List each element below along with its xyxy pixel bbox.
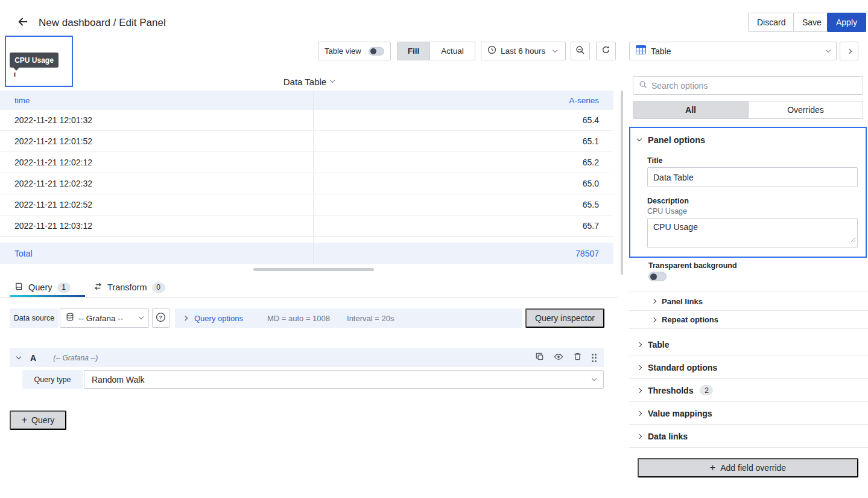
database-icon — [66, 313, 74, 324]
cell-value: 65.2 — [583, 158, 599, 167]
save-button[interactable]: Save — [793, 13, 831, 32]
cell-time: 2022-11-21 12:02:52 — [14, 200, 92, 209]
repeat-options-section[interactable]: Repeat options — [629, 310, 868, 329]
table-view-control[interactable]: Table view — [318, 42, 391, 60]
thresholds-count-badge: 2 — [700, 385, 713, 395]
actual-option[interactable]: Actual — [430, 42, 475, 60]
column-header-a-series[interactable]: A-series — [569, 96, 599, 105]
section-thresholds[interactable]: Thresholds 2 — [629, 379, 868, 402]
tooltip-text: CPU Usage — [14, 56, 54, 65]
query-type-value: Random Walk — [92, 375, 144, 385]
plus-icon — [710, 463, 715, 473]
discard-button[interactable]: Discard — [748, 13, 794, 32]
add-query-label: Query — [31, 415, 54, 425]
chevron-down-icon — [592, 375, 597, 380]
time-range-label: Last 6 hours — [501, 46, 545, 56]
section-value-mappings[interactable]: Value mappings — [629, 402, 868, 425]
resize-handle-icon[interactable] — [851, 234, 856, 245]
grafana-edit-panel: New dashboard / Edit Panel Discard Save … — [0, 0, 868, 498]
fill-actual-segmented: Fill Actual — [397, 42, 475, 60]
description-hint: CPU Usage — [647, 207, 687, 215]
section-thresholds-label: Thresholds — [648, 386, 693, 395]
datasource-label: Data source — [10, 308, 59, 328]
query-book-icon — [14, 282, 24, 293]
table-view-toggle[interactable] — [369, 47, 384, 56]
cell-value: 65.5 — [583, 200, 599, 209]
table-view-label: Table view — [325, 46, 361, 56]
chevron-right-icon — [637, 433, 642, 438]
cell-time: 2022-11-21 12:03:12 — [14, 221, 92, 231]
add-field-override-button[interactable]: Add field override — [638, 458, 858, 477]
chevron-down-icon — [330, 78, 335, 83]
section-data-links-label: Data links — [648, 432, 688, 441]
chevron-down-icon — [826, 47, 831, 52]
tab-query-label: Query — [28, 283, 52, 292]
refresh-icon — [601, 45, 610, 57]
chevron-right-icon — [651, 299, 656, 304]
table-row: 2022-11-21 12:01:52 65.1 — [0, 131, 613, 152]
visualization-picker[interactable]: Table — [629, 42, 837, 60]
add-field-override-label: Add field override — [720, 463, 786, 473]
search-options-input[interactable] — [651, 81, 857, 91]
datasource-value: -- Grafana -- — [78, 314, 123, 323]
query-type-label: Query type — [22, 370, 83, 389]
svg-text:?: ? — [159, 313, 163, 320]
duplicate-query-icon[interactable] — [535, 352, 544, 363]
cell-time: 2022-11-21 12:02:32 — [14, 179, 92, 188]
left-pane-scrollbar[interactable] — [621, 91, 623, 275]
cell-value: 65.4 — [583, 115, 599, 125]
chevron-right-icon — [651, 317, 656, 322]
chevron-right-icon — [637, 342, 642, 346]
cell-value: 65.1 — [583, 136, 599, 146]
tab-query[interactable]: Query 1 — [14, 278, 71, 296]
tab-all[interactable]: All — [633, 101, 749, 118]
title-field-label: Title — [647, 156, 662, 165]
drag-handle-icon[interactable] — [592, 354, 597, 362]
repeat-options-label: Repeat options — [662, 315, 718, 324]
query-row-header[interactable]: A (-- Grafana --) — [10, 348, 604, 367]
section-table[interactable]: Table — [629, 333, 868, 356]
panel-description-textarea[interactable]: CPU Usage — [647, 218, 858, 248]
table-header-row: time A-series — [0, 91, 613, 110]
time-range-picker[interactable]: Last 6 hours — [481, 42, 566, 60]
panel-info-icon[interactable]: i — [14, 71, 16, 78]
query-options-interval: Interval = 20s — [347, 314, 394, 323]
query-options-bar[interactable]: Query options MD = auto = 1008 Interval … — [175, 308, 522, 328]
table-horizontal-scrollbar[interactable] — [253, 268, 374, 271]
table-row: 2022-11-21 12:02:12 65.2 — [0, 152, 613, 173]
datasource-help-button[interactable]: ? — [152, 308, 169, 328]
query-type-select[interactable]: Random Walk — [84, 370, 604, 389]
refresh-button[interactable] — [596, 42, 616, 60]
query-inspector-button[interactable]: Query inspector — [525, 308, 604, 328]
panel-title-input[interactable] — [647, 167, 858, 187]
column-header-time[interactable]: time — [14, 96, 30, 105]
toggle-knob — [370, 48, 376, 54]
tab-transform-count: 0 — [152, 283, 165, 293]
fill-option[interactable]: Fill — [398, 42, 430, 60]
panel-options-header[interactable]: Panel options — [638, 135, 705, 145]
datasource-picker[interactable]: -- Grafana -- — [60, 308, 149, 328]
panel-links-section[interactable]: Panel links — [629, 292, 868, 310]
query-options-md: MD = auto = 1008 — [267, 314, 330, 323]
panel-title-dropdown[interactable]: Data Table — [0, 72, 618, 91]
table-row: 2022-11-21 12:03:12 65.7 — [0, 215, 613, 237]
add-query-button[interactable]: Query — [10, 410, 66, 430]
chevron-right-icon — [637, 365, 642, 369]
zoom-out-button[interactable] — [571, 42, 590, 60]
chevron-right-icon — [637, 388, 642, 392]
apply-button[interactable]: Apply — [827, 13, 866, 32]
section-standard-options-label: Standard options — [648, 363, 717, 372]
collapse-chevron-icon[interactable] — [16, 354, 21, 359]
tab-transform[interactable]: Transform 0 — [93, 278, 165, 296]
delete-query-trash-icon[interactable] — [573, 352, 582, 363]
back-button[interactable] — [14, 14, 31, 31]
tab-overrides[interactable]: Overrides — [749, 101, 863, 118]
transparent-background-toggle[interactable] — [648, 272, 667, 281]
query-datasource-hint: (-- Grafana --) — [53, 354, 98, 362]
collapse-options-pane-button[interactable] — [840, 42, 858, 60]
section-standard-options[interactable]: Standard options — [629, 356, 868, 379]
tab-transform-label: Transform — [107, 283, 147, 292]
hide-query-eye-icon[interactable] — [554, 352, 563, 364]
transparent-background-label: Transparent background — [648, 261, 737, 270]
section-data-links[interactable]: Data links — [629, 425, 868, 448]
